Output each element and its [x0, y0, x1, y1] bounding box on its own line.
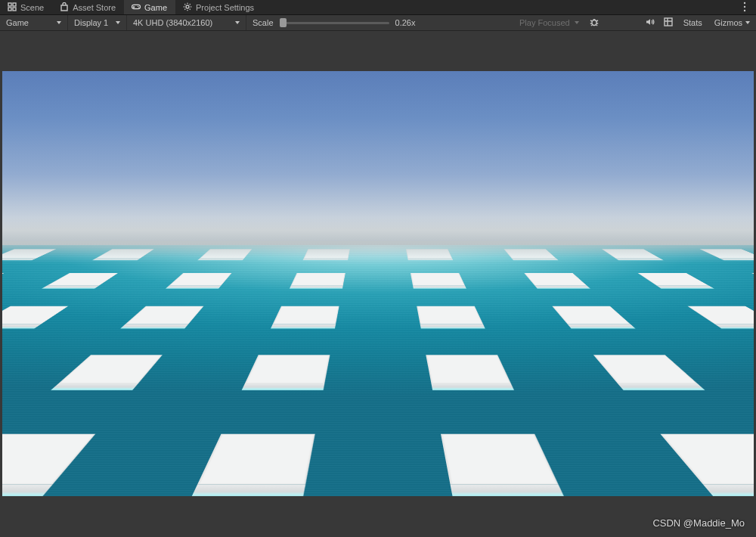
tab-game[interactable]: Game [124, 0, 175, 14]
gizmos-dropdown[interactable]: Gizmos [708, 15, 756, 30]
gamepad-icon [132, 2, 141, 13]
svg-point-10 [744, 9, 745, 11]
stats-button[interactable]: Stats [677, 15, 708, 30]
button-label: Stats [683, 18, 702, 27]
tab-overflow-menu[interactable] [738, 0, 751, 14]
scale-control: Scale 0.26x [246, 15, 421, 30]
tab-label: Project Settings [196, 3, 254, 12]
aspect-toggle-button[interactable] [659, 15, 677, 30]
svg-rect-12 [665, 18, 672, 26]
kebab-icon [743, 2, 746, 14]
game-viewport-frame: CSDN @Maddie_Mo [0, 31, 756, 537]
tab-asset-store[interactable]: Asset Store [52, 0, 124, 14]
chevron-down-icon [116, 21, 120, 24]
tab-label: Asset Store [73, 3, 116, 12]
horizon-haze [2, 241, 754, 264]
bag-icon [60, 2, 69, 13]
svg-rect-3 [13, 8, 16, 11]
chevron-down-icon [575, 21, 579, 24]
svg-point-8 [744, 2, 745, 3]
svg-point-5 [138, 5, 138, 6]
chevron-down-icon [57, 21, 61, 24]
scale-slider[interactable] [280, 22, 389, 24]
scale-label: Scale [253, 18, 274, 27]
svg-point-11 [592, 20, 596, 26]
rendered-scene [2, 71, 754, 496]
game-view-toolbar: Game Display 1 4K UHD (3840x2160) Scale … [0, 15, 756, 31]
game-mode-dropdown[interactable]: Game [0, 15, 68, 30]
dropdown-label: Game [6, 18, 29, 27]
tab-scene[interactable]: Scene [0, 0, 52, 14]
tab-project-settings[interactable]: Project Settings [175, 0, 262, 14]
svg-point-6 [138, 7, 139, 8]
play-mode-dropdown[interactable]: Play Focused [513, 15, 585, 30]
chevron-down-icon [235, 21, 240, 24]
editor-tab-strip: Scene Asset Store Game Project Settings [0, 0, 756, 15]
scene-icon [8, 2, 17, 13]
grid-layout-icon [664, 17, 673, 28]
chevron-down-icon [745, 21, 750, 24]
debug-button[interactable] [585, 15, 603, 30]
tab-label: Scene [20, 3, 44, 12]
speaker-icon [646, 17, 655, 28]
svg-point-9 [744, 5, 745, 7]
bug-icon [590, 17, 599, 28]
slider-thumb[interactable] [280, 18, 287, 27]
gear-icon [183, 2, 192, 13]
svg-rect-1 [13, 3, 16, 6]
scale-value: 0.26x [395, 18, 416, 27]
game-viewport[interactable]: CSDN @Maddie_Mo [2, 33, 754, 535]
display-dropdown[interactable]: Display 1 [68, 15, 127, 30]
svg-point-7 [186, 5, 189, 8]
resolution-dropdown[interactable]: 4K UHD (3840x2160) [127, 15, 246, 30]
svg-rect-2 [8, 8, 11, 11]
dropdown-label: Play Focused [519, 18, 570, 27]
watermark-text: CSDN @Maddie_Mo [652, 517, 745, 529]
dropdown-label: Display 1 [74, 18, 108, 27]
svg-rect-0 [8, 3, 11, 6]
mute-audio-button[interactable] [641, 15, 659, 30]
sky-gradient [2, 71, 754, 259]
dropdown-label: 4K UHD (3840x2160) [133, 18, 212, 27]
tab-label: Game [144, 3, 167, 12]
button-label: Gizmos [714, 18, 742, 27]
